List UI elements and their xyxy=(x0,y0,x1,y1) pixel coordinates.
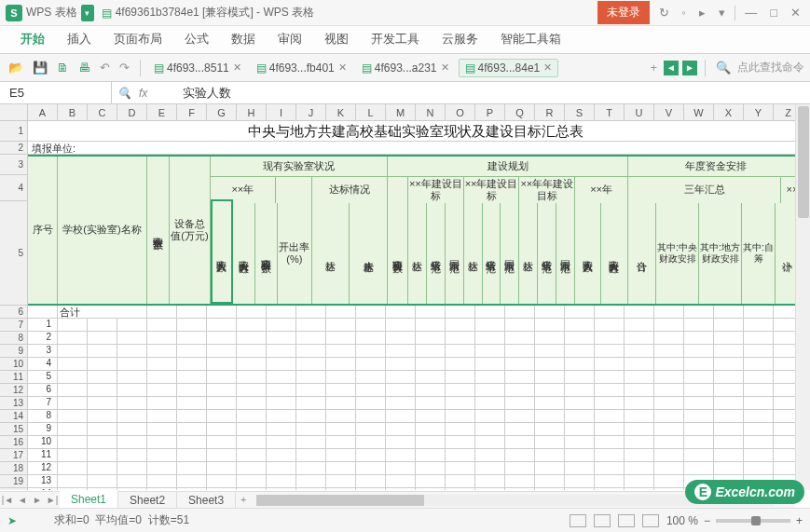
row-header[interactable]: 11 xyxy=(0,371,28,384)
view-break-icon[interactable] xyxy=(618,514,635,527)
ribbon-tab-tools[interactable]: 智能工具箱 xyxy=(489,25,572,53)
row-header[interactable]: 2 xyxy=(0,142,28,155)
row-header[interactable]: 10 xyxy=(0,358,28,371)
search-icon[interactable]: 🔍 xyxy=(713,59,734,76)
zoom-thumb[interactable] xyxy=(751,516,761,525)
row-header[interactable]: 5 xyxy=(0,201,28,306)
row-header[interactable]: 7 xyxy=(0,319,28,332)
col-header[interactable]: S xyxy=(565,104,595,121)
ribbon-tab-layout[interactable]: 页面布局 xyxy=(103,25,173,53)
table-row[interactable]: 8 xyxy=(28,410,803,423)
save-icon[interactable]: 💾 xyxy=(30,59,50,76)
skin-icon[interactable]: ▾ xyxy=(715,6,729,20)
row-header[interactable]: 15 xyxy=(0,423,28,436)
sheet-nav-prev-icon[interactable]: ◄ xyxy=(15,495,30,505)
sheet-nav-next-icon[interactable]: ► xyxy=(30,495,45,505)
tab-close-icon[interactable]: ✕ xyxy=(543,61,552,74)
ribbon-tab-data[interactable]: 数据 xyxy=(220,25,267,53)
tab-close-icon[interactable]: ✕ xyxy=(338,61,347,74)
col-header[interactable]: M xyxy=(386,104,416,121)
formula-value[interactable]: 实验人数 xyxy=(183,85,231,102)
row-header[interactable]: 13 xyxy=(0,397,28,410)
print-preview-icon[interactable]: 🗎 xyxy=(54,59,72,76)
table-row[interactable]: 11 xyxy=(28,449,803,462)
col-header[interactable]: N xyxy=(416,104,446,121)
col-header[interactable]: Q xyxy=(505,104,535,121)
ribbon-tab-cloud[interactable]: 云服务 xyxy=(431,25,489,53)
ribbon-tab-review[interactable]: 审阅 xyxy=(267,25,313,53)
doc-tab-3[interactable]: ▤4f693...a231✕ xyxy=(356,60,455,76)
table-row[interactable]: 6 xyxy=(28,384,803,397)
row-header[interactable]: 14 xyxy=(0,410,28,423)
scroll-thumb[interactable] xyxy=(798,106,809,218)
col-header[interactable]: F xyxy=(177,104,207,121)
table-row[interactable]: 10 xyxy=(28,436,803,449)
col-header[interactable]: W xyxy=(684,104,714,121)
col-header[interactable]: L xyxy=(356,104,386,121)
col-header[interactable]: B xyxy=(58,104,88,121)
col-header[interactable]: R xyxy=(535,104,565,121)
row-header[interactable]: 4 xyxy=(0,175,28,201)
scroll-thumb[interactable] xyxy=(256,495,424,506)
col-header[interactable]: K xyxy=(326,104,356,121)
table-row[interactable]: 3 xyxy=(28,345,803,358)
open-icon[interactable]: 📂 xyxy=(6,59,26,76)
col-header[interactable]: C xyxy=(88,104,117,121)
sheet-tab-3[interactable]: Sheet3 xyxy=(177,492,236,509)
vertical-scrollbar[interactable] xyxy=(795,104,810,490)
zoom-slider[interactable] xyxy=(716,519,790,523)
col-header[interactable]: V xyxy=(654,104,684,121)
total-row[interactable]: 合计 xyxy=(28,306,803,319)
row-header[interactable]: 6 xyxy=(0,306,28,319)
maximize-icon[interactable]: □ xyxy=(766,6,781,20)
ribbon-tab-dev[interactable]: 开发工具 xyxy=(360,25,431,53)
row-header[interactable]: 19 xyxy=(0,475,28,488)
sheet-tab-2[interactable]: Sheet2 xyxy=(118,492,177,509)
table-row[interactable]: 5 xyxy=(28,371,803,384)
row-header[interactable]: 20 xyxy=(0,488,28,490)
col-header[interactable]: H xyxy=(237,104,267,121)
col-header[interactable]: X xyxy=(714,104,744,121)
col-header[interactable]: E xyxy=(147,104,177,121)
doc-tab-4[interactable]: ▤4f693...84e1✕ xyxy=(459,59,559,77)
row-header[interactable]: 16 xyxy=(0,436,28,449)
col-header[interactable]: G xyxy=(207,104,237,121)
table-row[interactable]: 4 xyxy=(28,358,803,371)
ribbon-tab-insert[interactable]: 插入 xyxy=(56,25,103,53)
tab-close-icon[interactable]: ✕ xyxy=(233,61,241,74)
row-header[interactable]: 3 xyxy=(0,155,28,175)
sheet-nav-last-icon[interactable]: ►| xyxy=(45,495,60,505)
fx-icon[interactable]: fx xyxy=(139,87,147,100)
select-all-corner[interactable] xyxy=(0,104,28,121)
row-header[interactable]: 1 xyxy=(0,121,28,142)
col-header[interactable]: A xyxy=(28,104,58,121)
col-header[interactable]: I xyxy=(267,104,296,121)
view-normal-icon[interactable] xyxy=(570,514,586,527)
login-button[interactable]: 未登录 xyxy=(597,1,650,24)
col-header[interactable]: D xyxy=(117,104,147,121)
sheet-tab-1[interactable]: Sheet1 xyxy=(60,491,118,510)
new-tab-icon[interactable]: + xyxy=(647,59,660,76)
zoom-in-icon[interactable]: + xyxy=(796,514,803,527)
row-header[interactable]: 8 xyxy=(0,332,28,345)
minimize-icon[interactable]: — xyxy=(741,6,761,20)
col-header[interactable]: J xyxy=(296,104,326,121)
nav-next-icon[interactable]: ► xyxy=(682,61,697,75)
name-box[interactable]: E5 xyxy=(0,82,112,103)
ribbon-tab-home[interactable]: 开始 xyxy=(9,25,56,53)
col-header[interactable]: O xyxy=(446,104,475,121)
doc-map-icon[interactable]: ➤ xyxy=(7,514,17,527)
nav-prev-icon[interactable]: ◄ xyxy=(664,61,679,75)
zoom-out-icon[interactable]: − xyxy=(704,514,710,527)
table-row[interactable]: 9 xyxy=(28,423,803,436)
add-sheet-icon[interactable]: + xyxy=(236,495,251,505)
share-icon[interactable]: ▸ xyxy=(695,6,709,20)
row-header[interactable]: 12 xyxy=(0,384,28,397)
print-icon[interactable]: 🖶 xyxy=(76,59,93,76)
row-header[interactable]: 17 xyxy=(0,449,28,462)
view-page-icon[interactable] xyxy=(594,514,611,527)
row-header[interactable]: 18 xyxy=(0,462,28,475)
undo-icon[interactable]: ↶ xyxy=(97,59,113,76)
col-header[interactable]: Y xyxy=(744,104,774,121)
ribbon-tab-view[interactable]: 视图 xyxy=(313,25,360,53)
